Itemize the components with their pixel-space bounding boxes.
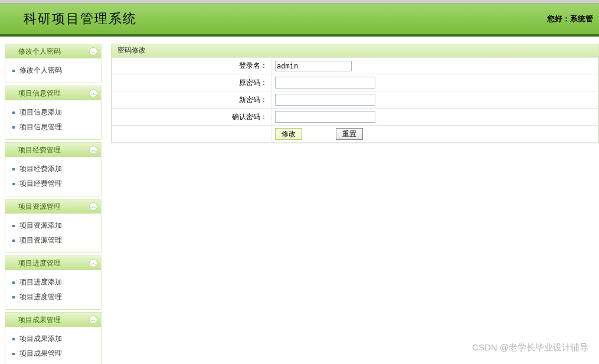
- menu-header-label: 修改个人密码: [18, 47, 61, 57]
- content-area: 密码修改 登录名： 原密码： 新密码：: [106, 37, 599, 362]
- sidebar-item-progress-manage[interactable]: 项目进度管理: [12, 290, 99, 304]
- menu-header-progress[interactable]: 项目进度管理 ︿: [5, 256, 101, 270]
- menu-header-label: 项目进度管理: [18, 258, 61, 268]
- collapse-icon[interactable]: ︿: [89, 259, 97, 267]
- bullet-icon: [12, 296, 15, 299]
- menu-item-label: 项目成果添加: [19, 334, 62, 344]
- menu-group-info: 项目信息管理 ︿ 项目信息添加 项目信息管理: [5, 86, 102, 140]
- bullet-icon: [12, 112, 15, 114]
- sidebar-item-progress-add[interactable]: 项目进度添加: [12, 275, 99, 290]
- sidebar-item-results-manage[interactable]: 项目成果管理: [12, 346, 99, 361]
- menu-group-progress: 项目进度管理 ︿ 项目进度添加 项目进度管理: [5, 255, 102, 310]
- new-password-input[interactable]: [275, 94, 375, 106]
- sidebar-item-resources-manage[interactable]: 项目资源管理: [12, 233, 99, 248]
- menu-header-label: 项目资源管理: [18, 202, 61, 212]
- collapse-icon[interactable]: ︿: [89, 202, 97, 211]
- reset-button[interactable]: 重置: [336, 128, 363, 140]
- menu-item-label: 项目资源添加: [19, 221, 62, 231]
- menu-item-label: 项目经费添加: [19, 164, 62, 174]
- sidebar-item-funding-manage[interactable]: 项目经费管理: [12, 176, 99, 191]
- menu-group-password: 修改个人密码 ︿ 修改个人密码: [5, 44, 102, 83]
- menu-item-label: 项目经费管理: [19, 179, 62, 189]
- sidebar: 修改个人密码 ︿ 修改个人密码 项目信息管理 ︿ 项目信息添加: [0, 37, 106, 362]
- bullet-icon: [12, 168, 15, 170]
- menu-header-resources[interactable]: 项目资源管理 ︿: [5, 199, 101, 214]
- menu-header-label: 项目成果管理: [18, 315, 61, 325]
- menu-item-label: 项目资源管理: [19, 235, 62, 245]
- menu-body: 修改个人密码: [5, 58, 101, 83]
- sidebar-item-results-add[interactable]: 项目成果添加: [12, 332, 99, 346]
- menu-item-label: 项目信息添加: [19, 107, 62, 117]
- collapse-icon[interactable]: ︿: [89, 316, 97, 324]
- new-password-label: 新密码：: [112, 91, 271, 109]
- bullet-icon: [12, 70, 15, 72]
- menu-body: 项目经费添加 项目经费管理: [5, 157, 101, 196]
- menu-body: 项目成果添加 项目成果管理: [5, 327, 101, 364]
- confirm-password-input[interactable]: [275, 111, 375, 123]
- password-form: 登录名： 原密码： 新密码：: [112, 57, 598, 143]
- app-title: 科研项目管理系统: [24, 10, 137, 28]
- app-header: 科研项目管理系统 您好：系统管: [0, 4, 599, 37]
- menu-header-password[interactable]: 修改个人密码 ︿: [5, 44, 101, 58]
- bullet-icon: [12, 281, 15, 284]
- main-layout: 修改个人密码 ︿ 修改个人密码 项目信息管理 ︿ 项目信息添加: [0, 37, 599, 362]
- collapse-icon[interactable]: ︿: [89, 146, 97, 154]
- menu-item-label: 修改个人密码: [19, 65, 62, 76]
- menu-item-label: 项目进度管理: [19, 292, 62, 302]
- bullet-icon: [12, 126, 15, 129]
- menu-body: 项目资源添加 项目资源管理: [5, 214, 101, 252]
- sidebar-item-info-add[interactable]: 项目信息添加: [12, 105, 99, 120]
- old-password-input[interactable]: [275, 77, 375, 88]
- confirm-password-label: 确认密码：: [112, 109, 271, 126]
- sidebar-item-info-manage[interactable]: 项目信息管理: [12, 120, 99, 135]
- menu-group-resources: 项目资源管理 ︿ 项目资源添加 项目资源管理: [5, 199, 102, 253]
- password-panel: 密码修改 登录名： 原密码： 新密码：: [111, 44, 599, 143]
- submit-button[interactable]: 修改: [275, 128, 302, 140]
- menu-body: 项目进度添加 项目进度管理: [5, 270, 101, 309]
- menu-header-label: 项目经费管理: [18, 145, 61, 155]
- menu-item-label: 项目进度添加: [19, 277, 62, 287]
- bullet-icon: [12, 338, 15, 340]
- empty-cell: [112, 126, 271, 143]
- bullet-icon: [12, 225, 15, 227]
- collapse-icon[interactable]: ︿: [89, 47, 97, 55]
- collapse-icon[interactable]: ︿: [89, 89, 97, 97]
- menu-header-info[interactable]: 项目信息管理 ︿: [5, 86, 101, 100]
- menu-header-results[interactable]: 项目成果管理 ︿: [5, 313, 101, 327]
- panel-title: 密码修改: [112, 44, 598, 57]
- menu-item-label: 项目成果管理: [19, 349, 62, 359]
- bullet-icon: [12, 240, 15, 242]
- menu-header-label: 项目信息管理: [18, 88, 61, 99]
- login-input[interactable]: [275, 61, 352, 71]
- old-password-label: 原密码：: [112, 74, 271, 91]
- sidebar-item-resources-add[interactable]: 项目资源添加: [12, 218, 99, 233]
- sidebar-item-funding-add[interactable]: 项目经费添加: [12, 162, 99, 176]
- bullet-icon: [12, 353, 15, 355]
- menu-body: 项目信息添加 项目信息管理: [5, 100, 101, 139]
- menu-item-label: 项目信息管理: [19, 122, 62, 132]
- sidebar-item-change-password[interactable]: 修改个人密码: [12, 63, 99, 78]
- menu-group-funding: 项目经费管理 ︿ 项目经费添加 项目经费管理: [5, 142, 102, 196]
- menu-group-results: 项目成果管理 ︿ 项目成果添加 项目成果管理: [5, 312, 102, 364]
- user-greeting: 您好：系统管: [547, 14, 593, 24]
- menu-header-funding[interactable]: 项目经费管理 ︿: [5, 143, 101, 157]
- login-label: 登录名：: [112, 58, 271, 74]
- bullet-icon: [12, 183, 15, 185]
